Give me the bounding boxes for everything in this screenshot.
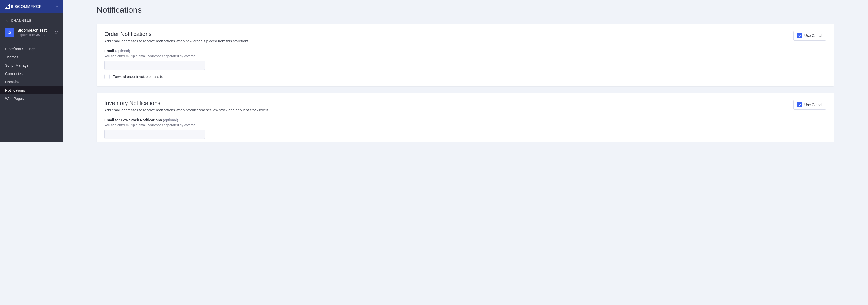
sidebar-item-currencies[interactable]: Currencies	[0, 70, 63, 78]
collapse-sidebar-button[interactable]	[55, 5, 59, 8]
svg-rect-1	[7, 7, 9, 8]
sidebar-header: BIGCOMMERCE	[0, 0, 63, 13]
inventory-card-desc: Add email addresses to receive notificat…	[104, 108, 793, 112]
page-title: Notifications	[97, 5, 834, 15]
sidebar-item-themes[interactable]: Themes	[0, 53, 63, 61]
sidebar-item-storefront-settings[interactable]: Storefront Settings	[0, 45, 63, 53]
sidebar-item-domains[interactable]: Domains	[0, 78, 63, 86]
order-email-input[interactable]	[104, 60, 205, 70]
order-use-global-toggle[interactable]: Use Global	[793, 31, 826, 40]
channel-card: B Bloomreach Test https://store-307sa…	[0, 26, 63, 41]
inventory-low-email-label: Email for Low Stock Notifications (optio…	[104, 118, 826, 122]
inventory-low-email-input[interactable]	[104, 130, 205, 139]
forward-invoice-row: Forward order invoice emails to	[104, 74, 826, 79]
order-email-label: Email (optional)	[104, 49, 826, 53]
channel-icon: B	[5, 28, 14, 37]
inventory-use-global-toggle[interactable]: Use Global	[793, 100, 826, 110]
external-link-icon[interactable]	[54, 30, 58, 34]
channel-url: https://store-307sa…	[18, 33, 51, 37]
order-email-help: You can enter multiple email addresses s…	[104, 54, 826, 58]
sidebar-item-web-pages[interactable]: Web Pages	[0, 94, 63, 103]
sidebar-item-script-manager[interactable]: Script Manager	[0, 61, 63, 70]
inventory-low-stock-email-field: Email for Low Stock Notifications (optio…	[104, 118, 826, 139]
chevron-left-icon	[6, 19, 9, 22]
sidebar-item-notifications[interactable]: Notifications	[0, 86, 63, 94]
svg-line-2	[56, 31, 57, 33]
channels-label: CHANNELS	[11, 19, 32, 23]
logo-icon	[4, 3, 11, 10]
forward-invoice-checkbox[interactable]	[104, 74, 110, 79]
channel-info: Bloomreach Test https://store-307sa…	[18, 28, 51, 37]
channels-back[interactable]: CHANNELS	[0, 13, 63, 26]
order-card-desc: Add email addresses to receive notificat…	[104, 39, 793, 43]
checkbox-checked-icon	[797, 33, 802, 38]
order-notifications-card: Order Notifications Add email addresses …	[97, 24, 834, 86]
use-global-label: Use Global	[804, 103, 822, 107]
order-email-field: Email (optional) You can enter multiple …	[104, 49, 826, 70]
checkbox-checked-icon	[797, 102, 802, 107]
order-card-title: Order Notifications	[104, 31, 793, 37]
logo-text: BIGCOMMERCE	[11, 4, 41, 8]
inventory-card-title: Inventory Notifications	[104, 100, 793, 107]
inventory-low-email-help: You can enter multiple email addresses s…	[104, 123, 826, 127]
forward-invoice-label: Forward order invoice emails to	[113, 75, 163, 79]
logo[interactable]: BIGCOMMERCE	[4, 3, 41, 10]
inventory-notifications-card: Inventory Notifications Add email addres…	[97, 92, 834, 142]
channel-name: Bloomreach Test	[18, 28, 51, 32]
use-global-label: Use Global	[804, 34, 822, 38]
main-content: Notifications Order Notifications Add em…	[63, 0, 868, 142]
svg-rect-0	[7, 6, 9, 7]
sidebar: BIGCOMMERCE CHANNELS B Bloomreach Test h…	[0, 0, 63, 142]
side-nav: Storefront Settings Themes Script Manage…	[0, 41, 63, 103]
